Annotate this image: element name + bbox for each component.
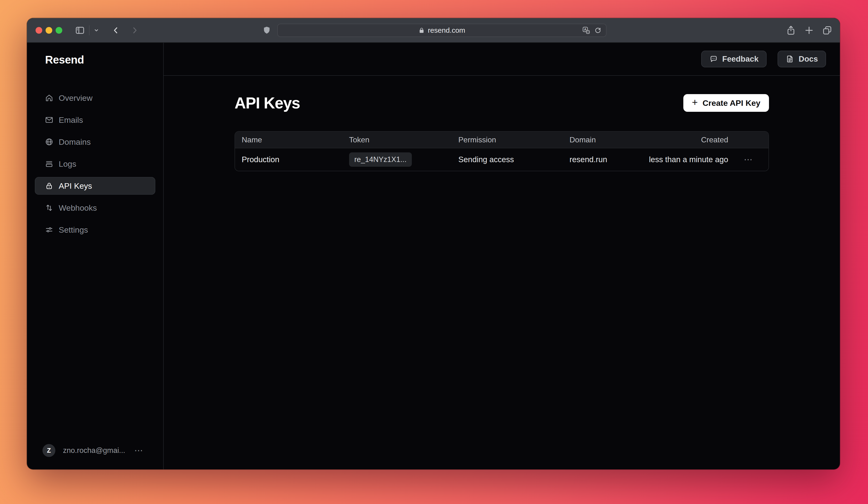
url-text: resend.com <box>428 26 465 34</box>
sidebar: Resend Overview <box>27 43 164 470</box>
feedback-bubble-icon <box>709 55 718 63</box>
browser-window: resend.com A <box>27 18 840 470</box>
column-header-permission: Permission <box>458 135 569 144</box>
app-logo[interactable]: Resend <box>45 53 163 66</box>
cell-domain: resend.run <box>569 155 646 164</box>
reload-icon[interactable] <box>594 27 602 34</box>
sidebar-item-label: Settings <box>59 225 88 234</box>
column-header-domain: Domain <box>569 135 646 144</box>
arrows-up-down-icon <box>45 203 53 212</box>
column-header-created: Created <box>646 135 728 144</box>
plus-icon: + <box>692 98 698 108</box>
minimize-button[interactable] <box>45 27 52 34</box>
cell-token: re_14NYz1X1... <box>349 152 458 167</box>
traffic-lights <box>35 27 62 34</box>
mail-icon <box>45 115 53 124</box>
lock-icon <box>45 182 53 190</box>
logs-icon <box>45 160 53 168</box>
sidebar-item-label: Emails <box>59 115 83 125</box>
avatar: Z <box>42 444 55 457</box>
sidebar-item-settings[interactable]: Settings <box>35 221 155 239</box>
create-api-key-button[interactable]: + Create API Key <box>683 94 769 112</box>
column-header-name: Name <box>242 135 349 144</box>
home-icon <box>45 94 53 102</box>
page-content: API Keys + Create API Key Name Token Per… <box>164 76 840 470</box>
user-email: zno.rocha@gmai... <box>63 446 125 455</box>
cell-name: Production <box>242 155 349 164</box>
column-header-token: Token <box>349 135 458 144</box>
top-header: Feedback Docs <box>164 43 840 76</box>
translate-icon[interactable]: A <box>582 26 590 34</box>
share-icon[interactable] <box>785 25 796 36</box>
sidebar-item-webhooks[interactable]: Webhooks <box>35 199 155 216</box>
page-title: API Keys <box>235 94 300 112</box>
chevron-down-icon[interactable] <box>93 27 100 33</box>
user-menu-ellipsis-icon[interactable]: ⋯ <box>134 445 143 455</box>
sidebar-nav: Overview Emails <box>35 89 155 239</box>
main-area: Feedback Docs <box>164 43 840 470</box>
docs-button-label: Docs <box>798 54 818 63</box>
sidebar-item-domains[interactable]: Domains <box>35 133 155 151</box>
api-keys-table: Name Token Permission Domain Created Pro… <box>235 131 769 171</box>
browser-titlebar: resend.com A <box>27 18 840 43</box>
lock-icon <box>418 27 425 34</box>
globe-icon <box>45 138 53 146</box>
sidebar-item-label: API Keys <box>59 181 92 191</box>
sidebar-item-label: Domains <box>59 137 91 147</box>
table-header-row: Name Token Permission Domain Created <box>235 132 768 148</box>
sidebar-item-api-keys[interactable]: API Keys <box>35 177 155 195</box>
privacy-shield-icon[interactable] <box>262 26 271 35</box>
sidebar-toggle-icon[interactable] <box>75 25 85 36</box>
docs-button[interactable]: Docs <box>777 51 826 67</box>
tab-overview-icon[interactable] <box>822 25 833 36</box>
sidebar-item-label: Webhooks <box>59 203 97 213</box>
sliders-icon <box>45 225 53 234</box>
svg-text:A: A <box>584 28 587 31</box>
titlebar-left-controls <box>35 25 262 36</box>
table-row: Production re_14NYz1X1... Sending access… <box>235 148 768 171</box>
sidebar-item-label: Overview <box>59 93 93 103</box>
new-tab-plus-icon[interactable] <box>804 25 815 36</box>
back-button-icon[interactable] <box>112 26 120 34</box>
sidebar-item-logs[interactable]: Logs <box>35 155 155 173</box>
feedback-button[interactable]: Feedback <box>701 51 767 67</box>
titlebar-divider <box>89 25 90 36</box>
titlebar-right-controls <box>607 25 833 36</box>
cell-permission: Sending access <box>458 155 569 164</box>
row-menu-ellipsis-icon[interactable]: ⋯ <box>728 154 768 164</box>
user-account[interactable]: Z zno.rocha@gmai... ⋯ <box>42 444 143 457</box>
zoom-button[interactable] <box>55 27 62 34</box>
token-badge[interactable]: re_14NYz1X1... <box>349 152 412 167</box>
sidebar-item-overview[interactable]: Overview <box>35 89 155 107</box>
create-api-key-label: Create API Key <box>702 98 761 108</box>
sidebar-item-emails[interactable]: Emails <box>35 111 155 129</box>
cell-created: less than a minute ago <box>646 155 728 164</box>
forward-button-icon[interactable] <box>131 26 138 34</box>
document-icon <box>786 55 794 63</box>
sidebar-item-label: Logs <box>59 159 76 169</box>
close-button[interactable] <box>35 27 42 34</box>
address-bar[interactable]: resend.com A <box>277 24 607 37</box>
feedback-button-label: Feedback <box>722 54 758 63</box>
